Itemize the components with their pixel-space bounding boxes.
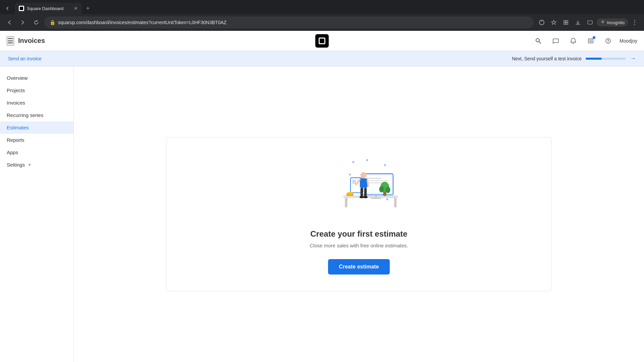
content-area: × × × × × × × — [74, 66, 644, 362]
banner-right: Next, Send yourself a test invoice → — [512, 55, 636, 62]
back-button[interactable] — [4, 17, 15, 28]
svg-point-11 — [634, 24, 635, 25]
sidebar-item-settings[interactable]: Settings ▼ — [0, 159, 73, 171]
nav-tools: Incognito — [536, 17, 640, 28]
main-content: Overview Projects Invoices Recurring ser… — [0, 66, 644, 362]
svg-text:×: × — [384, 162, 386, 167]
svg-point-45 — [360, 196, 364, 198]
svg-text:×: × — [352, 159, 355, 164]
tab-title: Square Dashboard — [27, 6, 71, 11]
svg-rect-43 — [361, 188, 363, 196]
profile-icon-btn[interactable] — [585, 17, 595, 28]
new-tab-btn[interactable]: + — [83, 4, 93, 13]
svg-rect-33 — [366, 178, 381, 179]
progress-bar — [586, 58, 626, 60]
svg-point-8 — [602, 21, 603, 22]
sidebar: Overview Projects Invoices Recurring ser… — [0, 66, 74, 362]
active-tab[interactable]: Square Dashboard ✕ — [15, 3, 82, 14]
progress-bar-fill — [586, 58, 602, 60]
estimate-illustration: × × × × × × × — [315, 154, 402, 221]
browser-chrome: Square Dashboard ✕ + 🔒 squarup.com/dashb… — [0, 0, 644, 31]
app-container: ☰ Invoices ? Moodjoy — [0, 31, 644, 362]
sidebar-item-recurring[interactable]: Recurring series — [0, 109, 73, 121]
address-bar[interactable]: 🔒 squarup.com/dashboard/invoices/estimat… — [44, 16, 534, 28]
notification-icon-btn[interactable] — [567, 35, 579, 47]
sidebar-item-invoices[interactable]: Invoices — [0, 97, 73, 109]
svg-point-49 — [379, 186, 384, 192]
recurring-label: Recurring series — [7, 112, 43, 118]
settings-label: Settings — [7, 162, 25, 168]
svg-rect-26 — [343, 195, 398, 198]
list-icon-btn[interactable] — [585, 35, 597, 47]
tab-close-btn[interactable]: ✕ — [74, 6, 78, 11]
svg-rect-34 — [366, 180, 388, 181]
svg-point-9 — [634, 20, 635, 21]
svg-line-42 — [367, 180, 368, 186]
empty-state-title: Create your first estimate — [310, 229, 407, 239]
star-icon-btn[interactable] — [548, 17, 559, 28]
sidebar-item-apps[interactable]: Apps — [0, 146, 73, 159]
estimates-label: Estimates — [7, 125, 29, 130]
svg-rect-32 — [371, 197, 381, 199]
square-logo — [315, 34, 329, 48]
send-invoice-link[interactable]: Send an invoice — [8, 56, 42, 61]
svg-text:?: ? — [607, 39, 609, 43]
incognito-label: Incognito — [607, 20, 625, 25]
camera-icon-btn[interactable] — [536, 17, 547, 28]
header-actions: ? Moodjoy — [532, 35, 637, 47]
address-lock-icon: 🔒 — [50, 20, 55, 25]
overview-label: Overview — [7, 75, 28, 81]
download-icon-btn[interactable] — [573, 17, 583, 28]
svg-rect-28 — [394, 198, 396, 207]
svg-rect-4 — [564, 23, 566, 24]
settings-chevron-icon: ▼ — [28, 163, 32, 167]
tab-back-btn[interactable] — [3, 4, 12, 13]
svg-line-13 — [539, 42, 541, 43]
svg-rect-14 — [588, 39, 593, 43]
sidebar-item-projects[interactable]: Projects — [0, 84, 73, 97]
svg-rect-52 — [347, 192, 353, 194]
sidebar-item-overview[interactable]: Overview — [0, 72, 73, 84]
next-step-text: Next, Send yourself a test invoice — [512, 56, 582, 61]
menu-btn[interactable] — [629, 17, 640, 28]
sidebar-item-reports[interactable]: Reports — [0, 134, 73, 146]
svg-rect-5 — [566, 23, 568, 24]
projects-label: Projects — [7, 87, 25, 93]
page-title: Invoices — [18, 37, 532, 45]
svg-rect-3 — [566, 20, 568, 22]
browser-nav: 🔒 squarup.com/dashboard/invoices/estimat… — [0, 14, 644, 31]
sidebar-item-estimates[interactable]: Estimates — [0, 121, 73, 134]
svg-rect-44 — [364, 188, 367, 196]
empty-state-subtitle: Close more sales with free online estima… — [310, 243, 408, 248]
help-icon-btn[interactable]: ? — [602, 35, 614, 47]
invoices-label: Invoices — [7, 100, 25, 106]
message-icon-btn[interactable] — [550, 35, 562, 47]
svg-point-10 — [634, 22, 635, 23]
reports-label: Reports — [7, 137, 24, 143]
empty-state-card: × × × × × × × — [166, 137, 552, 291]
svg-point-39 — [361, 172, 367, 178]
svg-rect-40 — [360, 178, 367, 188]
svg-rect-6 — [588, 21, 592, 24]
svg-text:×: × — [366, 158, 368, 163]
svg-point-50 — [385, 187, 390, 193]
svg-rect-27 — [345, 198, 347, 207]
notification-badge — [593, 36, 595, 39]
svg-point-46 — [363, 196, 368, 198]
hamburger-menu[interactable]: ☰ — [7, 36, 14, 46]
tab-favicon — [19, 6, 24, 11]
svg-text:×: × — [348, 172, 351, 177]
extensions-btn[interactable] — [560, 17, 571, 28]
incognito-btn[interactable]: Incognito — [597, 18, 628, 26]
banner-arrow[interactable]: → — [630, 55, 636, 62]
svg-text:☐: ☐ — [353, 180, 356, 184]
user-name[interactable]: Moodjoy — [620, 38, 637, 44]
apps-label: Apps — [7, 149, 18, 155]
address-text: squarup.com/dashboard/invoices/estimates… — [58, 20, 528, 25]
forward-button[interactable] — [17, 17, 28, 28]
create-estimate-button[interactable]: Create estimate — [328, 259, 389, 275]
refresh-button[interactable] — [31, 17, 42, 28]
top-header: ☰ Invoices ? Moodjoy — [0, 31, 644, 51]
svg-rect-2 — [564, 20, 566, 22]
search-icon-btn[interactable] — [532, 35, 544, 47]
